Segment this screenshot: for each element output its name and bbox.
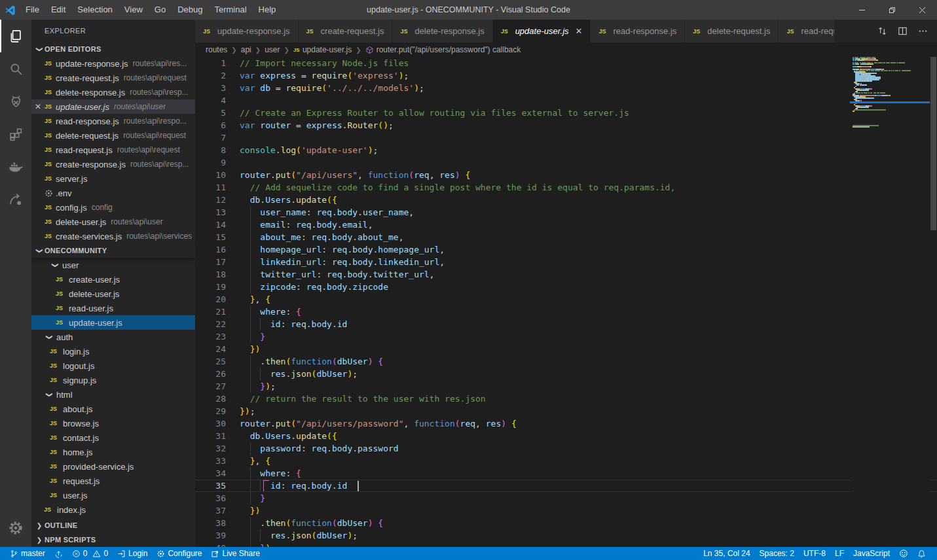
code-line[interactable]: 39 res.json(dbUser); bbox=[195, 529, 937, 542]
compare-icon[interactable] bbox=[877, 26, 887, 36]
code-line[interactable]: 32 password: req.body.password bbox=[195, 442, 937, 455]
status-live-share[interactable]: Live Share bbox=[206, 547, 264, 560]
open-editor-item[interactable]: JSread-response.jsroutes\api\respo... bbox=[31, 114, 195, 128]
npm-scripts-section-header[interactable]: ❯ NPM SCRIPTS bbox=[31, 533, 195, 547]
status-feedback[interactable] bbox=[894, 547, 913, 560]
code-line[interactable]: 21 where: { bbox=[195, 306, 937, 318]
search-icon[interactable] bbox=[0, 52, 31, 85]
tab-update-user-js[interactable]: JSupdate-user.js✕ bbox=[493, 20, 591, 43]
code-line[interactable]: 27 }); bbox=[195, 380, 937, 393]
extensions-icon[interactable] bbox=[0, 118, 31, 150]
tree-item-about-js[interactable]: JSabout.js bbox=[31, 402, 195, 416]
close-icon[interactable] bbox=[907, 0, 937, 20]
code-line[interactable]: 40 }); bbox=[195, 542, 937, 547]
tab-delete-response-js[interactable]: JSdelete-response.js bbox=[392, 20, 492, 43]
tree-item-home-js[interactable]: JShome.js bbox=[31, 445, 195, 459]
restore-icon[interactable] bbox=[877, 0, 907, 20]
tree-item-html[interactable]: ❯html bbox=[31, 387, 195, 402]
code-line[interactable]: 8console.log('update-user'); bbox=[195, 144, 937, 156]
close-tab-icon[interactable]: ✕ bbox=[576, 26, 583, 36]
breadcrumb-item[interactable]: api bbox=[241, 45, 251, 54]
code-line[interactable]: 33 }, { bbox=[195, 455, 937, 467]
menu-view[interactable]: View bbox=[119, 0, 149, 20]
code-line[interactable]: 20 }, { bbox=[195, 293, 937, 306]
tab-create-request-js[interactable]: JScreate-request.js bbox=[299, 20, 393, 43]
code-line[interactable]: 13 user_name: req.body.user_name, bbox=[195, 206, 937, 219]
code-line[interactable]: 6var router = express.Router(); bbox=[195, 119, 937, 131]
code-editor[interactable]: 1// Import necessary Node.js files2var e… bbox=[195, 57, 937, 547]
code-line[interactable]: 26 res.json(dbUser); bbox=[195, 368, 937, 380]
open-editor-item[interactable]: JSdelete-user.jsroutes\api\user bbox=[31, 215, 195, 229]
status-cursor-position[interactable]: Ln 35, Col 24 bbox=[699, 547, 754, 560]
open-editor-item[interactable]: JScreate-request.jsroutes\api\request bbox=[31, 71, 195, 85]
breadcrumb-item[interactable]: routes bbox=[206, 45, 227, 54]
menu-edit[interactable]: Edit bbox=[45, 0, 71, 20]
close-file-icon[interactable]: ✕ bbox=[31, 102, 45, 111]
open-editor-item[interactable]: JSconfig.jsconfig bbox=[31, 200, 195, 215]
breadcrumb-item[interactable]: JSupdate-user.js bbox=[293, 45, 352, 54]
open-editor-item[interactable]: JSdelete-request.jsroutes\api\request bbox=[31, 128, 195, 143]
debug-icon[interactable] bbox=[0, 85, 31, 118]
code-line[interactable]: 3var db = require('../../../models'); bbox=[195, 82, 937, 94]
tree-item-create-user-js[interactable]: JScreate-user.js bbox=[31, 272, 195, 287]
code-line[interactable]: 24 }) bbox=[195, 343, 937, 355]
live-share-icon[interactable] bbox=[0, 183, 31, 216]
breadcrumb-item[interactable]: router.put("/api/users/password") callba… bbox=[365, 45, 521, 54]
status-login[interactable]: Login bbox=[113, 547, 152, 560]
code-line[interactable]: 7 bbox=[195, 131, 937, 144]
tree-item-user-js[interactable]: JSuser.js bbox=[31, 488, 195, 502]
open-editor-item[interactable]: ✕JSupdate-user.jsroutes\api\user bbox=[31, 99, 195, 114]
code-line[interactable]: 1// Import necessary Node.js files bbox=[195, 57, 937, 69]
tree-item-update-user-js[interactable]: JSupdate-user.js bbox=[31, 315, 195, 330]
status-indentation[interactable]: Spaces: 2 bbox=[755, 547, 799, 560]
status-publish-changes[interactable] bbox=[50, 547, 67, 560]
vertical-scrollbar[interactable] bbox=[930, 57, 937, 547]
tab-read-requ[interactable]: JSread-requ bbox=[779, 20, 835, 43]
code-line[interactable]: 19 zipcode: req.body.zipcode bbox=[195, 281, 937, 293]
code-line[interactable]: 11 // Add sequelize code to find a singl… bbox=[195, 181, 937, 194]
status-eol[interactable]: LF bbox=[830, 547, 849, 560]
split-editor-icon[interactable] bbox=[898, 26, 908, 36]
tree-item-read-user-js[interactable]: JSread-user.js bbox=[31, 301, 195, 315]
open-editor-item[interactable]: JSserver.js bbox=[31, 171, 195, 186]
tree-item-login-js[interactable]: JSlogin.js bbox=[31, 344, 195, 359]
status-language-mode[interactable]: JavaScript bbox=[849, 547, 894, 560]
code-line[interactable]: 36 } bbox=[195, 492, 937, 504]
status-git-branch[interactable]: master bbox=[5, 547, 50, 560]
tree-item-index-js[interactable]: JSindex.js bbox=[31, 502, 195, 517]
tree-item-auth[interactable]: ❯auth bbox=[31, 330, 195, 344]
menu-file[interactable]: File bbox=[20, 0, 45, 20]
tree-item-user[interactable]: ❯user bbox=[31, 258, 195, 272]
tree-item-delete-user-js[interactable]: JSdelete-user.js bbox=[31, 287, 195, 301]
code-line[interactable]: 10router.put("/api/users", function(req,… bbox=[195, 169, 937, 181]
code-line[interactable]: 14 email: req.body.email, bbox=[195, 219, 937, 231]
status-encoding[interactable]: UTF-8 bbox=[799, 547, 830, 560]
docker-icon[interactable] bbox=[0, 150, 31, 183]
tree-item-signup-js[interactable]: JSsignup.js bbox=[31, 373, 195, 387]
code-line[interactable]: 23 } bbox=[195, 330, 937, 343]
code-line[interactable]: 35 id: req.body.id bbox=[195, 480, 937, 492]
code-line[interactable]: 15 about_me: req.body.about_me, bbox=[195, 231, 937, 243]
menu-debug[interactable]: Debug bbox=[172, 0, 208, 20]
scrollbar-thumb[interactable] bbox=[930, 57, 936, 230]
code-line[interactable]: 16 homepage_url: req.body.homepage_url, bbox=[195, 243, 937, 256]
tab-update-response-js[interactable]: JSupdate-response.js bbox=[195, 20, 299, 43]
status-problems[interactable]: 00 bbox=[67, 547, 113, 560]
code-line[interactable]: 29}); bbox=[195, 405, 937, 417]
explorer-icon[interactable] bbox=[0, 20, 31, 52]
tab-delete-request-js[interactable]: JSdelete-request.js bbox=[685, 20, 779, 43]
manage-gear-icon[interactable] bbox=[0, 512, 31, 544]
code-line[interactable]: 31 db.Users.update({ bbox=[195, 430, 937, 442]
code-line[interactable]: 9 bbox=[195, 156, 937, 169]
code-line[interactable]: 5// Create an Express Router to allow ro… bbox=[195, 107, 937, 119]
code-line[interactable]: 37 }) bbox=[195, 504, 937, 517]
more-actions-icon[interactable] bbox=[918, 26, 928, 36]
tree-item-provided-service-js[interactable]: JSprovided-service.js bbox=[31, 459, 195, 474]
code-line[interactable]: 38 .then(function(dbUser) { bbox=[195, 517, 937, 529]
tree-item-contact-js[interactable]: JScontact.js bbox=[31, 430, 195, 445]
open-editors-header[interactable]: ❯ OPEN EDITORS bbox=[31, 42, 195, 56]
open-editor-item[interactable]: JScreate-services.jsroutes\api\services bbox=[31, 229, 195, 243]
tree-item-browse-js[interactable]: JSbrowse.js bbox=[31, 416, 195, 430]
status-configure[interactable]: Configure bbox=[152, 547, 206, 560]
open-editor-item[interactable]: JScreate-response.jsroutes\api\resp... bbox=[31, 157, 195, 171]
